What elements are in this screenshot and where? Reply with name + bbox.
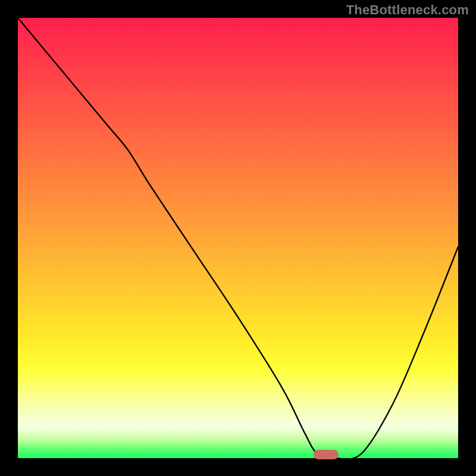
watermark-label: TheBottleneck.com xyxy=(346,2,469,18)
bottleneck-curve xyxy=(18,18,458,458)
curve-path xyxy=(18,18,458,458)
plot-area xyxy=(18,18,458,458)
chart-container: TheBottleneck.com xyxy=(0,0,476,476)
optimal-marker xyxy=(314,450,339,459)
